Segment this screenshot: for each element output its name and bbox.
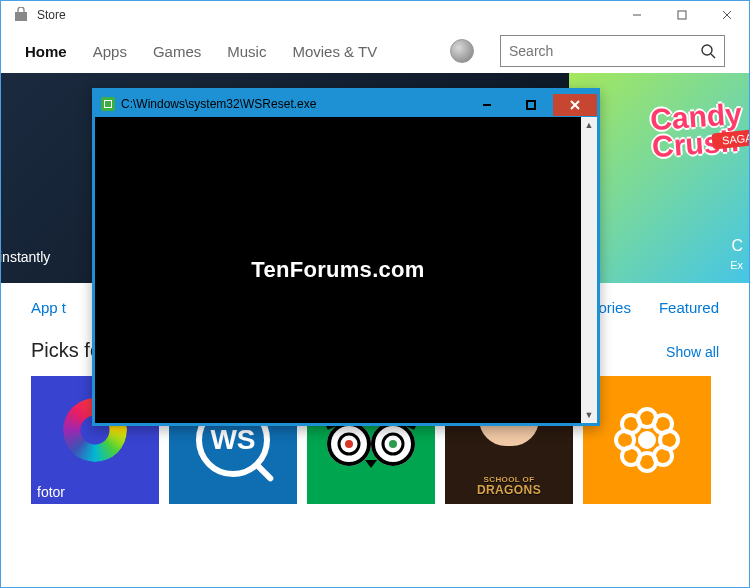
nav-games[interactable]: Games [153,43,201,60]
app-tile-gotomeeting[interactable] [583,376,711,504]
svg-point-15 [640,433,654,447]
svg-rect-0 [15,12,27,21]
minimize-button[interactable] [614,1,659,29]
watermark-text: TenForums.com [251,257,424,283]
svg-point-14 [389,440,397,448]
nav-row: Home Apps Games Music Movies & TV [1,29,749,73]
cmd-close-button[interactable] [553,94,597,116]
scroll-down-icon[interactable]: ▼ [581,407,597,423]
close-button[interactable] [704,1,749,29]
tab-partial-left[interactable]: App t [31,299,66,316]
store-app-icon [13,7,29,23]
svg-point-22 [622,447,640,465]
store-title: Store [37,8,66,22]
maximize-button[interactable] [659,1,704,29]
flower-icon [611,404,683,476]
cmd-body: TenForums.com [95,117,581,423]
window-controls [614,1,749,29]
hero-left-caption: instantly [1,249,50,265]
svg-point-23 [654,447,672,465]
svg-point-5 [702,45,712,55]
cmd-body-wrap: TenForums.com ▲ ▼ [95,117,597,423]
cmd-maximize-button[interactable] [509,94,553,116]
hero-right-title: C [731,237,743,255]
search-input[interactable] [509,43,692,59]
hero-right-sub: Ex [730,259,743,271]
scroll-track[interactable] [581,133,597,407]
svg-rect-25 [527,101,535,109]
tab-featured[interactable]: Featured [659,299,719,316]
nav-movies[interactable]: Movies & TV [292,43,377,60]
svg-rect-2 [678,11,686,19]
search-box[interactable] [500,35,725,67]
search-icon[interactable] [700,43,716,59]
cmd-titlebar[interactable]: C:\Windows\system32\WSReset.exe [95,91,597,117]
cmd-window[interactable]: C:\Windows\system32\WSReset.exe TenForum… [92,88,600,426]
cmd-scrollbar[interactable]: ▲ ▼ [581,117,597,423]
svg-point-21 [654,415,672,433]
svg-point-20 [622,415,640,433]
nav-apps[interactable]: Apps [93,43,127,60]
svg-point-13 [345,440,353,448]
store-titlebar: Store [1,1,749,29]
nav-music[interactable]: Music [227,43,266,60]
cmd-title: C:\Windows\system32\WSReset.exe [121,97,316,111]
show-all-link[interactable]: Show all [666,344,719,360]
scroll-up-icon[interactable]: ▲ [581,117,597,133]
user-avatar[interactable] [450,39,474,63]
tile-label: fotor [37,484,65,500]
svg-line-6 [711,54,715,58]
nav-home[interactable]: Home [25,43,67,60]
dragons-logo: SCHOOL OF DRAGONS [445,476,573,496]
candy-crush-logo: Candy Crush [650,100,745,160]
cmd-app-icon [101,97,115,111]
cmd-window-controls [465,93,597,116]
cmd-minimize-button[interactable] [465,94,509,116]
